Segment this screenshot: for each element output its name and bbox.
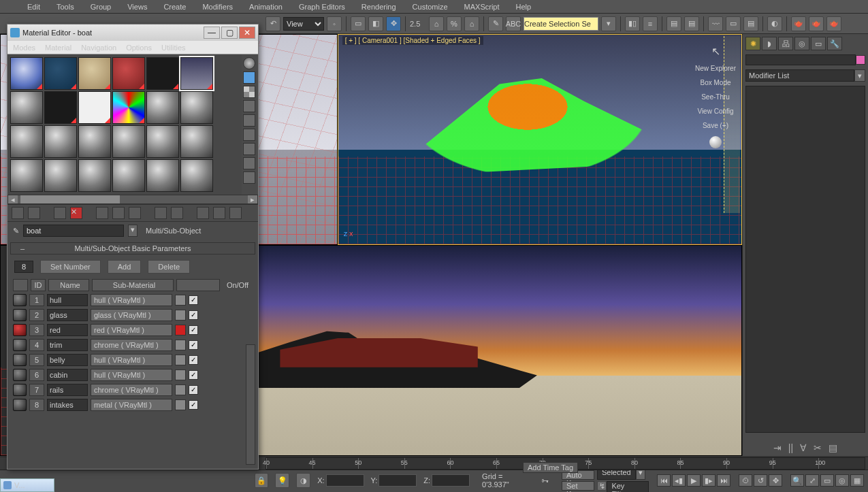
sub-material-button[interactable]: hull ( VRayMtl ) — [91, 294, 172, 306]
dropdown-arrow-icon[interactable]: ▾ — [854, 69, 865, 82]
time-tick[interactable]: 85 — [680, 458, 726, 469]
taskbar-item[interactable]: V... — [0, 478, 54, 492]
material-slot[interactable] — [78, 125, 111, 158]
undo-icon[interactable]: ↶ — [266, 16, 280, 31]
sub-id[interactable]: 2 — [29, 309, 44, 321]
snap-spinner-icon[interactable]: ⌂ — [464, 16, 479, 31]
material-slot[interactable] — [10, 91, 43, 124]
sub-color-swatch[interactable] — [175, 355, 186, 365]
hierarchy-tab-icon[interactable]: 品 — [778, 37, 793, 50]
backlight-icon[interactable] — [243, 71, 255, 84]
assign-to-sel-icon[interactable] — [54, 207, 66, 219]
add-button[interactable]: Add — [108, 260, 142, 274]
sub-on-checkbox[interactable]: ✓ — [189, 400, 198, 410]
menu-grapheditors[interactable]: Graph Editors — [299, 3, 345, 11]
utilities-tab-icon[interactable]: 🔧 — [827, 37, 842, 50]
fov-icon[interactable]: ▭ — [820, 474, 834, 487]
make-preview-icon[interactable] — [243, 129, 255, 141]
sub-on-checkbox[interactable]: ✓ — [189, 370, 198, 380]
me-menu-modes[interactable]: Modes — [13, 44, 35, 52]
zoom-all-icon[interactable]: ⤢ — [805, 474, 819, 487]
material-slot[interactable] — [112, 159, 145, 192]
time-tick[interactable]: 40 — [266, 458, 312, 469]
sub-swatch-icon[interactable] — [13, 339, 27, 351]
sub-on-checkbox[interactable]: ✓ — [189, 310, 198, 320]
sub-id[interactable]: 8 — [29, 399, 44, 411]
key-mode-icon[interactable]: ↺ — [754, 474, 767, 487]
setkey-button[interactable]: Set Key — [562, 481, 594, 491]
sub-on-checkbox[interactable]: ✓ — [189, 385, 198, 395]
sub-name-input[interactable]: glass — [47, 309, 88, 321]
dope-icon[interactable]: ▤ — [743, 16, 758, 31]
modifier-stack[interactable] — [745, 86, 865, 433]
go-parent-icon[interactable] — [213, 207, 225, 219]
mtl-map-nav-icon[interactable] — [243, 171, 255, 184]
material-slot[interactable] — [44, 159, 77, 192]
modify-tab-icon[interactable]: ◗ — [762, 37, 777, 50]
sub-color-swatch[interactable] — [175, 384, 186, 395]
quad-see-thru[interactable]: See-Thru — [701, 93, 730, 101]
sub-color-swatch[interactable] — [175, 325, 186, 335]
quad-box-mode[interactable]: Box Mode — [700, 79, 730, 86]
sub-name-input[interactable]: trim — [47, 339, 88, 351]
sample-type-icon[interactable] — [243, 57, 255, 69]
sub-swatch-icon[interactable] — [13, 324, 27, 336]
curve-editor-icon[interactable]: 〰 — [708, 16, 723, 31]
layers-manager-icon[interactable]: ▤ — [666, 16, 681, 31]
light-sample-icon[interactable] — [709, 136, 722, 148]
material-slot[interactable] — [180, 159, 213, 192]
reference-coord-dropdown[interactable]: View — [283, 17, 324, 31]
material-slot[interactable] — [180, 91, 213, 124]
rollout-toggle-icon[interactable]: – — [20, 244, 25, 252]
named-sel-arrow-icon[interactable]: ▾ — [601, 16, 616, 31]
time-tick[interactable]: 45 — [312, 458, 359, 469]
object-name-field[interactable] — [745, 54, 856, 65]
y-input[interactable] — [379, 474, 417, 487]
material-slot[interactable] — [44, 57, 77, 90]
time-tick[interactable]: 90 — [726, 458, 773, 469]
get-material-icon[interactable] — [12, 207, 24, 219]
sub-name-input[interactable]: cabin — [47, 369, 88, 381]
make-unique-mtl-icon[interactable] — [112, 207, 125, 219]
orbit-icon[interactable]: ◎ — [835, 474, 849, 487]
put-to-scene-icon[interactable] — [28, 207, 40, 219]
sub-id[interactable]: 5 — [29, 354, 44, 366]
go-sibling-icon[interactable] — [229, 207, 242, 219]
viewport-label[interactable]: [ + ] [ Camera001 ] [Shaded + Edged Face… — [342, 36, 483, 45]
material-slot[interactable] — [112, 57, 145, 90]
sub-name-input[interactable]: belly — [47, 354, 88, 366]
menu-rendering[interactable]: Rendering — [361, 3, 396, 11]
delete-button[interactable]: Delete — [148, 260, 190, 274]
show-end-result-icon[interactable] — [197, 207, 209, 219]
add-time-tag-button[interactable]: Add Time Tag — [523, 462, 578, 473]
sub-table-vscroll[interactable] — [246, 344, 255, 465]
schematic-icon[interactable]: ▭ — [726, 16, 741, 31]
render-production-icon[interactable]: 🫖 — [826, 16, 841, 31]
menu-tools[interactable]: Tools — [57, 3, 74, 11]
sub-material-button[interactable]: glass ( VRayMtl ) — [91, 309, 172, 321]
menu-help[interactable]: Help — [516, 3, 532, 11]
key-icon[interactable]: 🗝 — [536, 476, 555, 485]
sub-name-input[interactable]: rails — [47, 384, 88, 396]
material-slot[interactable] — [146, 57, 179, 90]
sub-material-button[interactable]: chrome ( VRayMtl ) — [91, 339, 172, 351]
object-color-swatch[interactable] — [856, 55, 865, 65]
material-slot[interactable] — [44, 125, 77, 158]
edit-named-sel-icon[interactable]: ✎ — [488, 16, 503, 31]
num-subs-input[interactable] — [14, 261, 33, 273]
sub-color-swatch[interactable] — [175, 310, 186, 321]
rollout-header[interactable]: – Multi/Sub-Object Basic Parameters — [10, 242, 255, 255]
sub-on-checkbox[interactable]: ✓ — [189, 340, 198, 350]
time-tick[interactable]: 60 — [450, 458, 496, 469]
material-slot[interactable] — [44, 91, 77, 124]
select-by-mtl-icon[interactable] — [243, 157, 255, 169]
time-tick[interactable]: 50 — [358, 458, 404, 469]
display-tab-icon[interactable]: ▭ — [811, 37, 826, 50]
time-tick[interactable]: 95 — [773, 458, 819, 469]
material-slot[interactable] — [78, 159, 111, 192]
menu-group[interactable]: Group — [91, 3, 112, 11]
material-editor-titlebar[interactable]: Material Editor - boat — ▢ ✕ — [7, 24, 258, 41]
sub-swatch-icon[interactable] — [13, 399, 27, 411]
sub-material-button[interactable]: chrome ( VRayMtl ) — [91, 384, 172, 396]
motion-tab-icon[interactable]: ◎ — [794, 37, 809, 50]
